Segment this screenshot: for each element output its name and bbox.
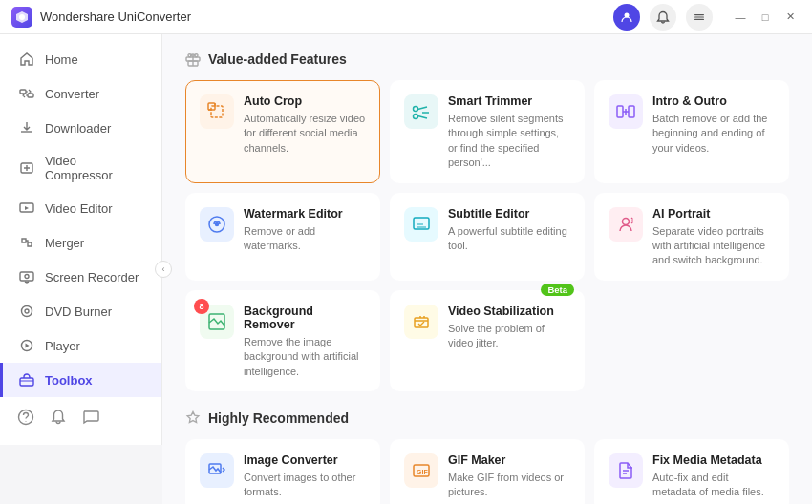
card-fix-media-metadata[interactable]: Fix Media Metadata Auto-fix and edit met… xyxy=(594,439,789,504)
sidebar-item-downloader[interactable]: Downloader xyxy=(0,111,161,145)
sidebar-item-merger[interactable]: Merger xyxy=(0,225,161,260)
svg-rect-5 xyxy=(20,90,26,94)
app-logo xyxy=(11,7,32,28)
ai-portrait-icon xyxy=(609,207,643,242)
help-icon[interactable] xyxy=(15,407,36,428)
auto-crop-title: Auto Crop xyxy=(244,94,366,108)
main-content: Value-added Features Auto Crop Automatic… xyxy=(162,34,812,504)
sidebar-label-video-editor: Video Editor xyxy=(45,201,113,216)
sidebar-item-player[interactable]: Player xyxy=(0,328,161,363)
card-auto-crop[interactable]: Auto Crop Automatically resize video for… xyxy=(185,80,380,183)
background-remover-desc: Remove the image background with artific… xyxy=(244,335,366,379)
fix-media-metadata-title: Fix Media Metadata xyxy=(652,453,775,467)
svg-point-12 xyxy=(25,309,29,313)
auto-crop-icon xyxy=(200,94,234,129)
svg-rect-29 xyxy=(415,318,428,327)
sidebar-item-converter[interactable]: Converter xyxy=(0,76,161,111)
app-title: Wondershare UniConverter xyxy=(40,10,191,24)
svg-rect-14 xyxy=(20,378,33,386)
svg-point-27 xyxy=(623,218,630,224)
win-controls: — □ ✕ xyxy=(730,7,801,28)
auto-crop-desc: Automatically resize video for different… xyxy=(244,112,366,156)
svg-point-0 xyxy=(19,14,25,20)
maximize-button[interactable]: □ xyxy=(755,7,776,28)
subtitle-editor-text: Subtitle Editor A powerful subtitle edit… xyxy=(448,207,570,254)
card-video-stabilization[interactable]: Beta Video Stabilization Solve the probl… xyxy=(390,290,585,391)
sidebar-item-video-editor[interactable]: Video Editor xyxy=(0,191,161,225)
value-added-title: Value-added Features xyxy=(208,52,347,67)
intro-outro-text: Intro & Outro Batch remove or add the be… xyxy=(652,94,775,156)
player-icon xyxy=(18,337,35,354)
sidebar-item-screen-recorder[interactable]: Screen Recorder xyxy=(0,260,161,294)
smart-trimmer-desc: Remove silent segments through simple se… xyxy=(448,112,570,171)
sidebar-wrapper: Home Converter Downloader xyxy=(0,34,162,504)
sidebar-item-dvd-burner[interactable]: DVD Burner xyxy=(0,294,161,328)
sidebar-item-toolbox[interactable]: Toolbox xyxy=(0,363,161,397)
subtitle-editor-icon xyxy=(404,207,438,242)
titlebar: Wondershare UniConverter — □ ✕ xyxy=(0,0,812,34)
dvd-burner-icon xyxy=(18,303,35,320)
video-stabilization-icon xyxy=(404,304,438,339)
feedback-icon[interactable] xyxy=(80,407,101,428)
card-image-converter[interactable]: Image Converter Convert images to other … xyxy=(185,439,380,504)
bell-icon[interactable] xyxy=(48,407,69,428)
screen-recorder-icon xyxy=(18,268,35,285)
intro-outro-icon xyxy=(609,94,643,129)
watermark-editor-title: Watermark Editor xyxy=(244,207,366,220)
watermark-editor-desc: Remove or add watermarks. xyxy=(244,224,366,254)
background-remover-text: Background Remover Remove the image back… xyxy=(244,304,366,379)
new-badge: 8 xyxy=(194,299,209,314)
value-added-grid: Auto Crop Automatically resize video for… xyxy=(185,80,789,391)
highly-recommended-grid: Image Converter Convert images to other … xyxy=(185,439,789,504)
notification-icon[interactable] xyxy=(650,4,676,31)
card-subtitle-editor[interactable]: Subtitle Editor A powerful subtitle edit… xyxy=(390,193,585,281)
card-smart-trimmer[interactable]: Smart Trimmer Remove silent segments thr… xyxy=(390,80,585,183)
card-gif-maker[interactable]: GIF GIF Maker Make GIF from videos or pi… xyxy=(390,439,585,504)
video-stabilization-title: Video Stabilization xyxy=(448,304,570,318)
toolbox-icon xyxy=(18,371,35,388)
card-intro-outro[interactable]: Intro & Outro Batch remove or add the be… xyxy=(594,80,789,183)
card-background-remover[interactable]: 8 Background Remover Remove the image ba… xyxy=(185,290,380,391)
sidebar-label-converter: Converter xyxy=(45,87,99,101)
sidebar-item-video-compressor[interactable]: Video Compressor xyxy=(0,145,161,191)
titlebar-right: — □ ✕ xyxy=(613,4,801,31)
svg-point-10 xyxy=(25,275,29,279)
gift-icon xyxy=(185,52,201,67)
smart-trimmer-text: Smart Trimmer Remove silent segments thr… xyxy=(448,94,570,171)
sidebar-item-home[interactable]: Home xyxy=(0,42,161,76)
video-editor-icon xyxy=(18,200,35,217)
watermark-editor-icon xyxy=(200,207,234,242)
svg-text:GIF: GIF xyxy=(417,469,428,475)
card-watermark-editor[interactable]: Watermark Editor Remove or add watermark… xyxy=(185,193,380,281)
downloader-icon xyxy=(18,119,35,136)
sidebar-label-screen-recorder: Screen Recorder xyxy=(45,270,139,284)
highly-recommended-header: Highly Recommended xyxy=(185,410,789,426)
svg-rect-4 xyxy=(694,18,704,19)
card-ai-portrait[interactable]: AI Portrait Separate video portraits wit… xyxy=(594,193,789,281)
svg-rect-6 xyxy=(28,94,33,97)
sidebar-label-player: Player xyxy=(45,339,80,353)
svg-rect-3 xyxy=(694,16,704,17)
svg-rect-9 xyxy=(20,272,33,281)
watermark-editor-text: Watermark Editor Remove or add watermark… xyxy=(244,207,366,254)
svg-point-25 xyxy=(216,222,219,225)
converter-icon xyxy=(18,85,35,102)
close-button[interactable]: ✕ xyxy=(780,7,801,28)
gif-maker-desc: Make GIF from videos or pictures. xyxy=(448,471,570,500)
image-converter-text: Image Converter Convert images to other … xyxy=(244,453,366,500)
svg-rect-22 xyxy=(617,106,623,117)
sidebar-collapse-button[interactable]: ‹ xyxy=(155,261,172,278)
highly-recommended-title: Highly Recommended xyxy=(208,410,349,426)
background-remover-title: Background Remover xyxy=(244,304,366,331)
sidebar-label-home: Home xyxy=(45,52,78,67)
user-icon[interactable] xyxy=(613,4,640,31)
sidebar-label-downloader: Downloader xyxy=(45,121,111,136)
sidebar-label-dvd-burner: DVD Burner xyxy=(45,304,112,319)
gif-maker-text: GIF Maker Make GIF from videos or pictur… xyxy=(448,453,570,500)
sidebar-label-merger: Merger xyxy=(45,236,84,250)
minimize-button[interactable]: — xyxy=(730,7,751,28)
subtitle-editor-desc: A powerful subtitle editing tool. xyxy=(448,224,570,254)
merger-icon xyxy=(18,234,35,251)
fix-media-metadata-icon xyxy=(609,453,643,488)
menu-icon[interactable] xyxy=(686,4,713,31)
